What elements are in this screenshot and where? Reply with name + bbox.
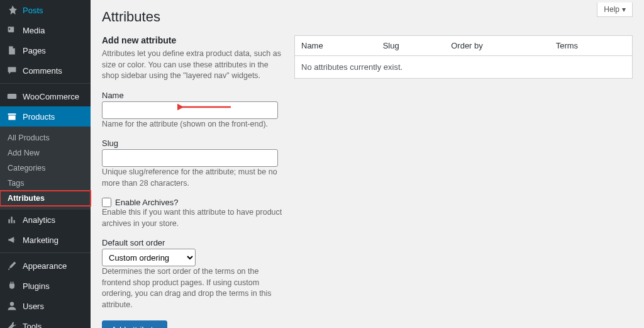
col-slug: Slug: [377, 36, 445, 56]
attributes-table: Name Slug Order by Terms No attributes c…: [294, 35, 633, 79]
slug-desc: Unique slug/reference for the attribute;…: [102, 167, 284, 189]
name-label: Name: [102, 91, 284, 100]
archives-label: Enable Archives?: [115, 198, 178, 207]
sort-order-select[interactable]: Custom ordering: [102, 249, 196, 266]
svg-point-1: [10, 302, 14, 306]
separator: [0, 252, 91, 253]
name-input[interactable]: [102, 101, 278, 119]
archive-icon: [6, 111, 18, 122]
name-desc: Name for the attribute (shown on the fro…: [102, 119, 284, 130]
archives-desc: Enable this if you want this attribute t…: [102, 207, 284, 229]
sidebar-item-plugins[interactable]: Plugins: [0, 276, 91, 296]
chart-icon: [6, 214, 18, 225]
submenu-attributes[interactable]: Attributes: [0, 191, 91, 206]
separator: [0, 83, 91, 84]
sidebar-label: Analytics: [23, 215, 55, 225]
table-row-empty: No attributes currently exist.: [295, 56, 633, 79]
submenu-add-new[interactable]: Add New: [0, 145, 91, 161]
admin-sidebar: Posts Media Pages Comments WooCommerce P…: [0, 0, 91, 328]
page-title: Attributes: [102, 9, 633, 25]
sidebar-label: Posts: [23, 6, 43, 15]
sidebar-item-woocommerce[interactable]: WooCommerce: [0, 86, 91, 106]
submenu-all-products[interactable]: All Products: [0, 130, 91, 145]
sort-desc: Determines the sort order of the terms o…: [102, 266, 284, 310]
slug-label: Slug: [102, 139, 284, 148]
sidebar-item-tools[interactable]: Tools: [0, 316, 91, 328]
sidebar-label: WooCommerce: [23, 92, 79, 101]
sort-label: Default sort order: [102, 238, 284, 247]
sidebar-item-posts[interactable]: Posts: [0, 0, 91, 20]
svg-rect-0: [8, 94, 16, 99]
sidebar-label: Media: [23, 26, 45, 35]
sidebar-item-media[interactable]: Media: [0, 20, 91, 40]
wrench-icon: [6, 320, 18, 328]
attributes-table-wrap: Name Slug Order by Terms No attributes c…: [294, 35, 633, 328]
page-icon: [6, 45, 18, 56]
main-content: Help ▾ Attributes Add new attribute Attr…: [91, 0, 644, 328]
form-heading: Add new attribute: [102, 35, 284, 45]
help-label: Help: [604, 5, 619, 14]
sidebar-label: Plugins: [23, 281, 50, 291]
form-intro: Attributes let you define extra product …: [102, 48, 284, 82]
user-icon: [6, 300, 18, 312]
media-icon: [6, 25, 18, 36]
slug-input[interactable]: [102, 149, 278, 167]
col-name: Name: [295, 36, 377, 56]
sidebar-item-analytics[interactable]: Analytics: [0, 210, 91, 230]
help-tab[interactable]: Help ▾: [597, 3, 633, 17]
sidebar-item-marketing[interactable]: Marketing: [0, 230, 91, 250]
add-attribute-form: Add new attribute Attributes let you def…: [102, 35, 284, 328]
sidebar-label: Tools: [23, 322, 42, 329]
sidebar-item-products[interactable]: Products: [0, 106, 91, 127]
sidebar-item-users[interactable]: Users: [0, 296, 91, 316]
enable-archives-checkbox[interactable]: [102, 198, 111, 207]
chevron-down-icon: ▾: [622, 5, 626, 14]
sidebar-label: Comments: [23, 66, 62, 76]
sidebar-label: Pages: [23, 46, 46, 55]
empty-message: No attributes currently exist.: [295, 56, 633, 79]
pin-icon: [6, 4, 18, 16]
add-attribute-button[interactable]: Add attribute: [102, 320, 167, 328]
col-orderby: Order by: [445, 36, 549, 56]
products-submenu: All Products Add New Categories Tags Att…: [0, 127, 91, 210]
sidebar-item-comments[interactable]: Comments: [0, 60, 91, 81]
megaphone-icon: [6, 234, 18, 246]
sidebar-item-pages[interactable]: Pages: [0, 40, 91, 60]
submenu-categories[interactable]: Categories: [0, 161, 91, 176]
sidebar-label: Products: [23, 112, 55, 122]
table-header-row: Name Slug Order by Terms: [295, 36, 633, 56]
brush-icon: [6, 260, 18, 271]
sidebar-label: Users: [23, 302, 44, 311]
col-terms: Terms: [550, 36, 633, 56]
sidebar-label: Marketing: [23, 235, 58, 245]
comment-icon: [6, 65, 18, 76]
sidebar-item-appearance[interactable]: Appearance: [0, 256, 91, 276]
submenu-tags[interactable]: Tags: [0, 176, 91, 191]
woo-icon: [6, 91, 18, 102]
plug-icon: [6, 280, 18, 291]
sidebar-label: Appearance: [23, 261, 67, 271]
